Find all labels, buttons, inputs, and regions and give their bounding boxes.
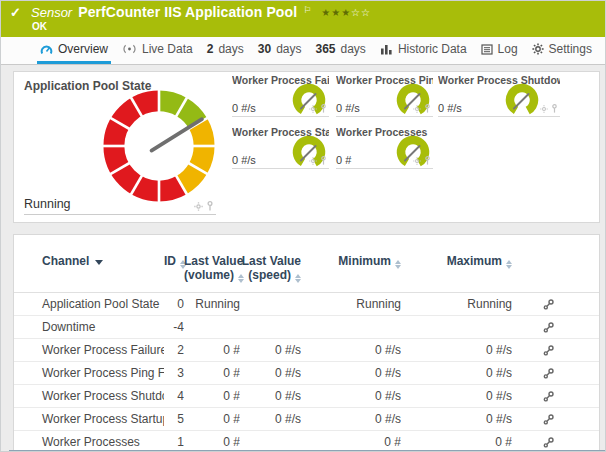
pin-icon[interactable] — [320, 104, 327, 113]
gear-icon[interactable] — [413, 157, 421, 165]
mini-gauge-worker-process-ping-failures[interactable]: Worker Process Ping Failures 0 #/s — [336, 74, 433, 117]
gear-icon[interactable] — [540, 105, 548, 113]
table-row[interactable]: Worker Process Ping Fa... 3 0 # 0 #/s 0 … — [14, 362, 599, 385]
content-area: Application Pool State — [1, 65, 605, 452]
cell-minimum: 0 #/s — [301, 408, 401, 431]
pin-icon[interactable] — [206, 201, 214, 211]
column-header-id[interactable]: ID — [164, 254, 184, 269]
cell-id: 4 — [164, 385, 184, 408]
tab-historic-data[interactable]: Historic Data — [377, 37, 470, 64]
channel-settings-wrench-icon[interactable] — [543, 391, 554, 402]
cell-channel: Worker Process Startup... — [28, 408, 164, 431]
column-header-minimum[interactable]: Minimum — [301, 254, 401, 269]
cell-minimum: Running — [301, 293, 401, 316]
channel-settings-wrench-icon[interactable] — [543, 299, 554, 310]
channel-table-panel: Channel ID Last Value(volume) Last Value… — [13, 234, 600, 452]
mini-gauge-worker-process-failures[interactable]: Worker Process Failures 0 #/s — [232, 74, 329, 117]
pin-icon[interactable] — [320, 156, 327, 165]
main-gauge-status: Running — [24, 194, 216, 215]
pin-icon[interactable] — [424, 156, 431, 165]
tab-label: days — [218, 42, 243, 56]
priority-stars[interactable]: ★★★☆☆ — [321, 7, 371, 18]
cell-channel: Application Pool State — [28, 293, 164, 316]
table-row[interactable]: Worker Process Shutdo... 4 0 # 0 #/s 0 #… — [14, 385, 599, 408]
table-row[interactable]: Worker Process Failures 2 0 # 0 #/s 0 #/… — [14, 339, 599, 362]
column-header-channel[interactable]: Channel — [28, 254, 164, 268]
application-pool-state-gauge[interactable] — [93, 80, 225, 212]
channel-settings-wrench-icon[interactable] — [543, 414, 554, 425]
cell-minimum: 0 #/s — [301, 362, 401, 385]
cell-minimum: 0 # — [301, 431, 401, 452]
sort-icon — [506, 260, 512, 269]
cell-last-value-speed: 0 #/s — [240, 408, 301, 431]
column-label: Channel — [42, 254, 89, 268]
mini-gauge-value: 0 # — [336, 154, 351, 166]
gear-icon[interactable] — [309, 157, 317, 165]
cell-maximum: Running — [401, 293, 512, 316]
cell-last-value-volume: Running — [184, 293, 240, 316]
cell-channel: Worker Process Ping Fa... — [28, 362, 164, 385]
column-label: Last Value — [184, 254, 240, 268]
cell-maximum: 0 # — [401, 431, 512, 452]
cell-minimum: 0 #/s — [301, 339, 401, 362]
gauge-icon — [40, 43, 53, 56]
tab-settings[interactable]: Settings — [529, 37, 595, 64]
tab-365-days[interactable]: 365 days — [312, 37, 368, 64]
gear-icon[interactable] — [413, 105, 421, 113]
sensor-header: ✓ Sensor PerfCounter IIS Application Poo… — [1, 1, 605, 37]
tab-number: 365 — [315, 42, 335, 56]
stars-empty: ☆☆ — [351, 7, 371, 18]
sort-icon — [295, 274, 301, 283]
column-label: (speed) — [248, 268, 291, 282]
column-label: Minimum — [338, 254, 391, 268]
mini-gauge-dial — [504, 82, 540, 118]
sensor-status-badge: OK — [32, 21, 47, 32]
cell-channel: Worker Process Failures — [28, 339, 164, 362]
table-row[interactable]: Worker Process Startup... 5 0 # 0 #/s 0 … — [14, 408, 599, 431]
cell-last-value-volume: 0 # — [184, 385, 240, 408]
cell-last-value-volume: 0 # — [184, 362, 240, 385]
column-header-last-value-volume[interactable]: Last Value(volume) — [184, 254, 240, 283]
mini-gauge-worker-process-startup-failures[interactable]: Worker Process Startup Failu... 0 #/s — [232, 126, 329, 169]
pin-icon[interactable] — [551, 104, 558, 113]
status-check-icon: ✓ — [10, 5, 21, 20]
table-row[interactable]: Downtime -4 — [14, 316, 599, 339]
mini-gauge-title: Worker Process Shutdown Fa... — [438, 74, 560, 86]
channel-settings-wrench-icon[interactable] — [543, 437, 554, 448]
gear-icon[interactable] — [194, 202, 203, 211]
tab-live-data[interactable]: Live Data — [119, 37, 196, 64]
tab-log[interactable]: Log — [478, 37, 521, 64]
tab-label: Overview — [58, 42, 108, 56]
cell-channel: Downtime — [28, 316, 164, 339]
table-header-row: Channel ID Last Value(volume) Last Value… — [14, 235, 599, 293]
tab-2-days[interactable]: 2 days — [204, 37, 247, 64]
tab-overview[interactable]: Overview — [37, 37, 111, 64]
tab-30-days[interactable]: 30 days — [255, 37, 305, 64]
pin-icon[interactable] — [424, 104, 431, 113]
cell-maximum: 0 #/s — [401, 339, 512, 362]
column-label: ID — [164, 254, 176, 268]
column-header-maximum[interactable]: Maximum — [401, 254, 512, 269]
cell-minimum: 0 #/s — [301, 385, 401, 408]
table-row[interactable]: Worker Processes 1 0 # 0 # 0 # — [14, 431, 599, 452]
mini-gauge-value: 0 #/s — [336, 102, 360, 114]
sensor-title: PerfCounter IIS Application Pool — [78, 4, 297, 20]
channel-settings-wrench-icon[interactable] — [543, 322, 554, 333]
pause-flag-icon[interactable]: ⚐ — [303, 5, 311, 15]
channel-settings-wrench-icon[interactable] — [543, 345, 554, 356]
prtg-sensor-page: ✓ Sensor PerfCounter IIS Application Poo… — [0, 0, 606, 452]
tab-bar: Overview Live Data 2 days 30 days 365 da… — [1, 37, 605, 65]
mini-gauge-worker-processes[interactable]: Worker Processes 0 # — [336, 126, 433, 169]
cell-last-value-volume: 0 # — [184, 431, 240, 452]
channel-settings-wrench-icon[interactable] — [543, 368, 554, 379]
cell-channel: Worker Processes — [28, 431, 164, 452]
mini-gauge-value: 0 #/s — [438, 102, 462, 114]
cell-id: 3 — [164, 362, 184, 385]
tab-label: days — [341, 42, 366, 56]
bar-chart-icon — [380, 43, 393, 55]
column-header-last-value-speed[interactable]: Last Value(speed) — [240, 254, 301, 283]
mini-gauge-worker-process-shutdown-failures[interactable]: Worker Process Shutdown Fa... 0 #/s — [438, 74, 560, 117]
table-row[interactable]: Application Pool State 0 Running Running… — [14, 293, 599, 316]
gear-icon[interactable] — [309, 105, 317, 113]
gear-icon — [532, 43, 544, 55]
